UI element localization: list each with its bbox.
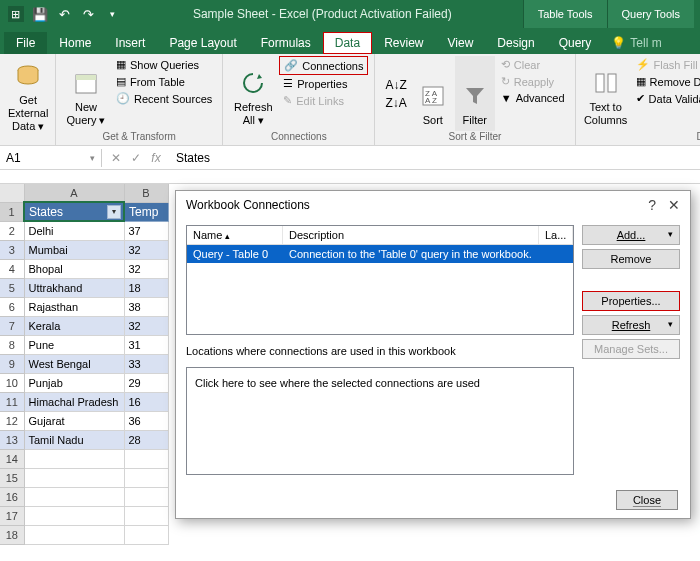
col-description[interactable]: Description [283, 226, 539, 244]
cell[interactable]: West Bengal [24, 354, 124, 373]
chevron-down-icon[interactable]: ▾ [90, 153, 95, 163]
cancel-icon[interactable]: ✕ [106, 151, 126, 165]
close-button[interactable]: Close [616, 490, 678, 510]
row-header[interactable]: 11 [0, 392, 24, 411]
row-header[interactable]: 4 [0, 259, 24, 278]
row-header[interactable]: 5 [0, 278, 24, 297]
cell[interactable] [24, 506, 124, 525]
row-header[interactable]: 2 [0, 221, 24, 240]
connections-list[interactable]: Name ▴ Description La... Query - Table 0… [186, 225, 574, 335]
tab-review[interactable]: Review [372, 32, 435, 54]
connections-button[interactable]: 🔗Connections [279, 56, 368, 75]
show-queries-button[interactable]: ▦Show Queries [112, 56, 216, 73]
locations-hint[interactable]: Click here to see where the selected con… [195, 377, 480, 389]
cell[interactable]: Punjab [24, 373, 124, 392]
select-all-corner[interactable] [0, 184, 24, 202]
filter-dropdown-icon[interactable]: ▾ [107, 205, 121, 219]
locations-box[interactable]: Click here to see where the selected con… [186, 367, 574, 475]
filter-button[interactable]: Filter [455, 56, 495, 131]
row-header[interactable]: 3 [0, 240, 24, 259]
cell[interactable] [124, 506, 168, 525]
cell[interactable]: Rajasthan [24, 297, 124, 316]
row-header[interactable]: 13 [0, 430, 24, 449]
cell[interactable]: 31 [124, 335, 168, 354]
data-validation-button[interactable]: ✔Data Validation [632, 90, 700, 107]
cell[interactable]: Bhopal [24, 259, 124, 278]
cell[interactable] [124, 525, 168, 544]
cell[interactable]: 32 [124, 259, 168, 278]
formula-input[interactable] [170, 149, 700, 167]
tab-query[interactable]: Query [547, 32, 604, 54]
cell[interactable]: Mumbai [24, 240, 124, 259]
cell[interactable] [24, 468, 124, 487]
col-header-b[interactable]: B [124, 184, 168, 202]
cell[interactable]: 32 [124, 316, 168, 335]
dialog-refresh-button[interactable]: Refresh [582, 315, 680, 335]
row-header[interactable]: 8 [0, 335, 24, 354]
row-header[interactable]: 9 [0, 354, 24, 373]
enter-icon[interactable]: ✓ [126, 151, 146, 165]
dialog-titlebar[interactable]: Workbook Connections ? ✕ [176, 191, 690, 219]
row-header[interactable]: 6 [0, 297, 24, 316]
row-header[interactable]: 15 [0, 468, 24, 487]
cell[interactable] [124, 487, 168, 506]
cell[interactable]: 29 [124, 373, 168, 392]
tab-home[interactable]: Home [47, 32, 103, 54]
row-header[interactable]: 1 [0, 202, 24, 221]
remove-button[interactable]: Remove [582, 249, 680, 269]
table-header-states[interactable]: States▾ [24, 202, 124, 221]
get-external-data-button[interactable]: Get External Data ▾ [6, 56, 50, 138]
cell[interactable]: 33 [124, 354, 168, 373]
cell[interactable] [124, 449, 168, 468]
redo-icon[interactable]: ↷ [78, 4, 98, 24]
cell[interactable]: Pune [24, 335, 124, 354]
cell[interactable]: Tamil Nadu [24, 430, 124, 449]
cell[interactable] [24, 525, 124, 544]
tab-view[interactable]: View [436, 32, 486, 54]
tab-formulas[interactable]: Formulas [249, 32, 323, 54]
cell[interactable]: 18 [124, 278, 168, 297]
undo-icon[interactable]: ↶ [54, 4, 74, 24]
sort-button[interactable]: Z AA Z Sort [413, 56, 453, 131]
tab-insert[interactable]: Insert [103, 32, 157, 54]
add-button[interactable]: Add... [582, 225, 680, 245]
tab-file[interactable]: File [4, 32, 47, 54]
tab-data[interactable]: Data [323, 32, 372, 54]
sort-desc-button[interactable]: Z↓A [381, 94, 410, 112]
cell[interactable]: Delhi [24, 221, 124, 240]
qat-customize-icon[interactable]: ▾ [102, 4, 122, 24]
row-header[interactable]: 14 [0, 449, 24, 468]
cell[interactable] [24, 487, 124, 506]
row-header[interactable]: 10 [0, 373, 24, 392]
col-last-refresh[interactable]: La... [539, 226, 573, 244]
refresh-all-button[interactable]: Refresh All ▾ [229, 56, 277, 131]
cell[interactable]: 28 [124, 430, 168, 449]
name-box[interactable]: A1▾ [0, 149, 102, 167]
row-header[interactable]: 18 [0, 525, 24, 544]
row-header[interactable]: 7 [0, 316, 24, 335]
help-icon[interactable]: ? [648, 197, 656, 213]
tell-me[interactable]: 💡Tell m [603, 32, 669, 54]
cell[interactable] [124, 468, 168, 487]
cell[interactable]: 32 [124, 240, 168, 259]
cell[interactable]: 36 [124, 411, 168, 430]
dialog-properties-button[interactable]: Properties... [582, 291, 680, 311]
save-icon[interactable]: 💾 [30, 4, 50, 24]
from-table-button[interactable]: ▤From Table [112, 73, 216, 90]
close-icon[interactable]: ✕ [668, 197, 680, 213]
row-header[interactable]: 16 [0, 487, 24, 506]
cell[interactable]: Kerala [24, 316, 124, 335]
properties-button[interactable]: ☰Properties [279, 75, 368, 92]
col-header-a[interactable]: A [24, 184, 124, 202]
remove-duplicates-button[interactable]: ▦Remove Dupl [632, 73, 700, 90]
recent-sources-button[interactable]: 🕘Recent Sources [112, 90, 216, 107]
col-name[interactable]: Name ▴ [187, 226, 283, 244]
cell[interactable]: Himachal Pradesh [24, 392, 124, 411]
connection-row[interactable]: Query - Table 0 Connection to the 'Table… [187, 245, 573, 263]
advanced-button[interactable]: ▼Advanced [497, 90, 569, 106]
row-header[interactable]: 17 [0, 506, 24, 525]
cell[interactable]: Gujarat [24, 411, 124, 430]
row-header[interactable]: 12 [0, 411, 24, 430]
new-query-button[interactable]: New Query ▾ [62, 56, 110, 131]
tab-design[interactable]: Design [485, 32, 546, 54]
